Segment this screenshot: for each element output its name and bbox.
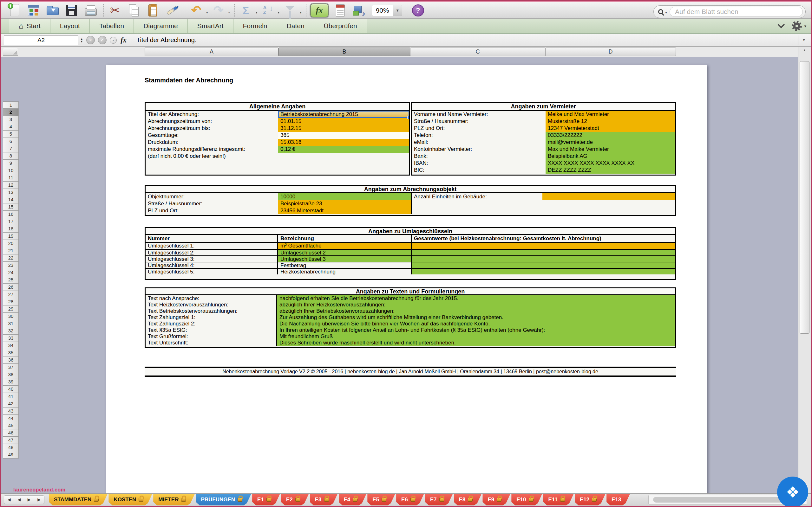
sheet-tab-e3[interactable]: E3: [310, 494, 338, 505]
cell-value[interactable]: abzüglich Ihrer Betriebskostenvorauszahl…: [276, 308, 675, 314]
cell-label[interactable]: PLZ und Ort:: [146, 207, 278, 214]
cell-gesamtwert[interactable]: [411, 243, 675, 249]
cell-label[interactable]: Druckdatum:: [146, 139, 278, 146]
collapse-ribbon-icon[interactable]: [778, 21, 785, 29]
row-header-3[interactable]: 3: [3, 116, 19, 123]
autosum-button[interactable]: Σ: [239, 3, 253, 18]
cell-value[interactable]: 10000: [278, 193, 411, 200]
cell-value[interactable]: Beispielbank AG: [546, 153, 675, 160]
row-header-22[interactable]: 22: [3, 255, 19, 262]
row-header-13[interactable]: 13: [3, 189, 19, 196]
tab-daten[interactable]: Daten: [277, 19, 314, 33]
row-header-49[interactable]: 49: [3, 451, 19, 458]
vertical-scrollbar[interactable]: ▲ ▼: [798, 47, 811, 495]
row-header-32[interactable]: 32: [3, 327, 19, 335]
row-header-16[interactable]: 16: [3, 211, 19, 218]
zoom-control[interactable]: 90%▼: [372, 5, 402, 16]
cell-label[interactable]: Gesamttage:: [146, 132, 278, 139]
sort-button[interactable]: AZ↓: [261, 3, 275, 18]
row-header-12[interactable]: 12: [3, 181, 19, 189]
row-header-8[interactable]: 8: [3, 153, 19, 160]
cell-label[interactable]: Anzahl Einheiten im Gebäude:: [412, 193, 542, 200]
cell-nummer[interactable]: Umlageschlüssel 5:: [146, 269, 277, 274]
gear-icon[interactable]: [793, 22, 800, 30]
cell-label[interactable]: Kontoinhaber Vermieter:: [412, 146, 546, 153]
sheet-tab-e11[interactable]: E11: [543, 494, 574, 505]
doc-title-cell[interactable]: Stammdaten der Abrechnung: [145, 77, 233, 84]
prev-sheet-button[interactable]: ◀: [17, 496, 20, 504]
search-field[interactable]: ▾ Auf dem Blatt suchen: [653, 5, 806, 18]
copy-button[interactable]: [126, 3, 141, 18]
next-sheet-button[interactable]: ▶: [28, 496, 31, 504]
cell-value[interactable]: Die Nachzahlung überweisen Sie bitte bin…: [276, 321, 675, 327]
sheet-tab-e9[interactable]: E9: [483, 494, 510, 505]
cell-label[interactable]: IBAN:: [412, 160, 546, 167]
cell-value[interactable]: Meike und Max Vermieter: [546, 111, 675, 118]
cell-label[interactable]: PLZ und Ort:: [412, 125, 546, 132]
cell-bezeichnung[interactable]: m² Gesamtfläche: [277, 243, 411, 249]
sheet-tab-kosten[interactable]: KOSTEN: [108, 494, 152, 505]
row-header-39[interactable]: 39: [3, 378, 19, 386]
cell-label[interactable]: BIC:: [412, 167, 546, 174]
row-header-10[interactable]: 10: [3, 167, 19, 174]
column-header-gesamtwerte[interactable]: Gesamtwerte (bei Heizkostenabrechnung: G…: [411, 235, 675, 242]
cell-label[interactable]: Abrechnungszeitraum bis:: [146, 125, 278, 132]
cell-label[interactable]: Text §35a EStG:: [146, 327, 276, 333]
row-header-47[interactable]: 47: [3, 437, 19, 444]
cell-label[interactable]: Straße / Hausnummer:: [146, 200, 278, 207]
cell-value[interactable]: DEZZ ZZZZ ZZZZ: [546, 167, 675, 174]
scroll-up-arrow[interactable]: ▲: [798, 47, 811, 54]
cell-gesamtwert[interactable]: [411, 250, 675, 256]
save-button[interactable]: [64, 3, 79, 18]
sheet-tab-e10[interactable]: E10: [511, 494, 542, 505]
row-header-24[interactable]: 24: [3, 269, 19, 276]
tab-tabellen[interactable]: Tabellen: [90, 19, 134, 33]
sheet-tab-e5[interactable]: E5: [367, 494, 395, 505]
cell-nummer[interactable]: Umlageschlüssel 3:: [146, 256, 277, 262]
row-header-25[interactable]: 25: [3, 276, 19, 284]
cell-value[interactable]: abzüglich Ihrer Heizkostenvorauszahlunge…: [276, 302, 675, 308]
vertical-scroll-thumb[interactable]: [800, 61, 809, 334]
sheet-tab-e6[interactable]: E6: [396, 494, 424, 505]
selection-handle[interactable]: [407, 116, 410, 119]
cell-bezeichnung[interactable]: Festbetrag: [277, 262, 411, 268]
row-header-4[interactable]: 4: [3, 123, 19, 130]
print-button[interactable]: [83, 3, 98, 18]
cell-label[interactable]: Text Unterschrift:: [146, 340, 276, 346]
row-header-19[interactable]: 19: [3, 233, 19, 240]
insert-function-button[interactable]: fx: [120, 36, 126, 44]
sheet-tab-e2[interactable]: E2: [281, 494, 309, 505]
row-header-9[interactable]: 9: [3, 160, 19, 167]
row-header-21[interactable]: 21: [3, 247, 19, 255]
row-header-29[interactable]: 29: [3, 305, 19, 313]
cell-value[interactable]: 0,12 €: [278, 146, 409, 153]
sort-dropdown[interactable]: ▾: [278, 10, 280, 14]
template-footer-cell[interactable]: Nebenkostenabrechnung Vorlage V2.2 © 200…: [145, 367, 676, 377]
cell-nummer[interactable]: Umlageschlüssel 2:: [146, 250, 277, 256]
cell-label[interactable]: Bank:: [412, 153, 546, 160]
section-title[interactable]: Angaben zu Texten und Formulierungen: [146, 288, 675, 295]
cell-value[interactable]: Max und Maike Vermieter: [546, 146, 675, 153]
cell-label[interactable]: Objektnummer:: [146, 193, 278, 200]
cell-bezeichnung[interactable]: Umlageschlüssel 2: [277, 250, 411, 256]
row-header-36[interactable]: 36: [3, 356, 19, 364]
cell-label[interactable]: Titel der Abrechnung:: [146, 111, 278, 118]
section-title[interactable]: Angaben zum Abrechnungsobjekt: [146, 186, 675, 193]
cell-label[interactable]: maximale Rundungsdifferenz insgesamt:: [146, 146, 278, 153]
row-header-15[interactable]: 15: [3, 204, 19, 211]
row-header-37[interactable]: 37: [3, 364, 19, 371]
tab-start[interactable]: ⌂Start: [9, 19, 50, 33]
cell-value[interactable]: nachfolgend erhalten Sie die Betriebskos…: [276, 295, 675, 302]
cell-value[interactable]: 01.01.15: [278, 118, 409, 125]
name-box[interactable]: A2: [4, 36, 78, 45]
redo-button[interactable]: ↷: [211, 3, 226, 18]
sheet-tab-e12[interactable]: E12: [575, 494, 606, 505]
row-header-31[interactable]: 31: [3, 320, 19, 327]
cell-value[interactable]: mail@vermieter.de: [546, 139, 675, 146]
dropbox-icon[interactable]: ❖: [777, 476, 808, 507]
row-header-7[interactable]: 7: [3, 145, 19, 153]
select-all-corner[interactable]: [3, 48, 18, 56]
cell-label[interactable]: (darf nicht 0,00 € oder leer sein!): [146, 153, 278, 160]
cell-value[interactable]: Musterstraße 12: [546, 118, 675, 125]
cell-gesamtwert[interactable]: [411, 262, 675, 268]
